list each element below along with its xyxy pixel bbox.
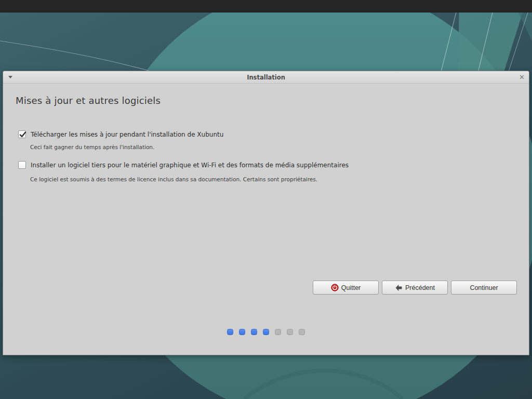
xfce-top-panel <box>0 0 532 12</box>
third-party-checkbox[interactable] <box>18 161 26 169</box>
continue-button-label: Continuer <box>470 284 498 291</box>
power-icon <box>331 284 339 291</box>
progress-dot <box>227 329 233 335</box>
window-titlebar[interactable]: Installation ✕ <box>3 71 529 84</box>
progress-dot <box>251 329 257 335</box>
checkmark-icon <box>19 130 27 139</box>
progress-dot <box>287 329 293 335</box>
chevron-down-icon <box>8 76 12 78</box>
close-icon: ✕ <box>519 73 525 81</box>
quit-button[interactable]: Quitter <box>313 281 379 295</box>
progress-dot <box>275 329 281 335</box>
progress-dot <box>239 329 245 335</box>
download-updates-description: Ceci fait gagner du temps après l'instal… <box>30 144 154 150</box>
window-menu-button[interactable] <box>8 71 12 83</box>
progress-dot <box>263 329 269 335</box>
option-third-party: Installer un logiciel tiers pour le maté… <box>18 161 349 169</box>
window-title: Installation <box>247 74 285 81</box>
progress-dots <box>3 329 529 335</box>
progress-dot <box>299 329 305 335</box>
quit-button-label: Quitter <box>341 284 361 291</box>
back-button[interactable]: Précédent <box>382 281 448 295</box>
arrow-left-icon <box>395 284 403 291</box>
option-download-updates: Télécharger les mises à jour pendant l'i… <box>18 130 223 138</box>
installer-window: Installation ✕ Mises à jour et autres lo… <box>3 71 529 355</box>
download-updates-label[interactable]: Télécharger les mises à jour pendant l'i… <box>31 130 223 138</box>
back-button-label: Précédent <box>405 284 435 291</box>
download-updates-checkbox[interactable] <box>18 130 26 138</box>
page-title: Mises à jour et autres logiciels <box>16 95 161 106</box>
third-party-description: Ce logiciel est soumis à des termes de l… <box>30 176 317 182</box>
continue-button[interactable]: Continuer <box>451 281 517 295</box>
close-button[interactable]: ✕ <box>519 71 525 83</box>
third-party-label[interactable]: Installer un logiciel tiers pour le maté… <box>31 161 349 169</box>
